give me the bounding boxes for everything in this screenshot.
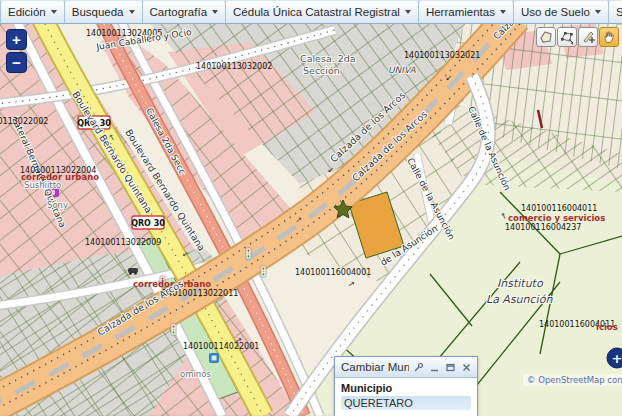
- poi-label: Sony: [47, 200, 68, 210]
- chevron-down-icon: [405, 10, 411, 14]
- zoom-in-button[interactable]: +: [6, 29, 27, 50]
- restaurant-poi-icon: [209, 353, 219, 363]
- menu-uso-de-suelo[interactable]: Uso de Suelo: [514, 0, 609, 23]
- institute-label: La Asunción: [486, 293, 553, 306]
- menu-label: Busqueda: [72, 6, 124, 18]
- expand-panel-button[interactable]: +: [607, 348, 622, 368]
- select-polygon-tool-button[interactable]: [536, 27, 556, 47]
- cambiar-municipio-window: Cambiar Munici... Municipio QUERETARO: [334, 356, 478, 416]
- neighborhood-label: Calesa. 2da: [300, 53, 356, 64]
- parcel-id-label: 140100113022002: [0, 117, 48, 126]
- parcel-id-label: 140100113022009: [85, 238, 161, 247]
- chevron-down-icon: [595, 10, 601, 14]
- zoom-controls: + −: [6, 29, 28, 75]
- measure-tool-button[interactable]: [578, 27, 598, 47]
- menu-label: Uso de Suelo: [521, 6, 590, 18]
- hand-icon: [601, 29, 617, 45]
- osm-attribution-link[interactable]: © OpenStreetMap contributors: [527, 375, 622, 385]
- menu-label: Herramientas: [426, 6, 495, 18]
- municipio-select[interactable]: QUERETARO: [341, 396, 471, 410]
- map-viewport: QRO 30 QRO 30 140100113024005 Juan Cabal…: [0, 24, 622, 416]
- parcel-id-label: 140100113032002: [196, 62, 272, 71]
- map-toolbar: [536, 27, 619, 47]
- municipio-field-label: Municipio: [341, 382, 471, 394]
- parcel-id-label: 140100116004237: [505, 223, 581, 232]
- chevron-down-icon: [129, 10, 135, 14]
- menu-edicion[interactable]: Edición: [0, 0, 65, 23]
- zoom-out-button[interactable]: −: [6, 52, 27, 73]
- parcel-id-label: 140100114022001: [183, 342, 259, 351]
- menu-label: Cartografía: [150, 6, 208, 18]
- minimize-icon[interactable]: [428, 361, 441, 373]
- polygon-nodes-icon: [559, 29, 575, 45]
- menu-label: Edición: [8, 6, 46, 18]
- window-body: Municipio QUERETARO: [335, 378, 477, 412]
- zone-label: comercio y servicios: [508, 213, 605, 223]
- menu-street-view[interactable]: Street View: [609, 0, 622, 23]
- polygon-icon: [538, 29, 554, 45]
- menu-busqueda[interactable]: Busqueda: [65, 0, 143, 23]
- app-window: Edición Busqueda Cartografía Cédula Únic…: [0, 0, 622, 416]
- menu-cartografia[interactable]: Cartografía: [143, 0, 227, 23]
- menu-label: Street View: [616, 6, 622, 18]
- shield-label: QRO 30: [131, 219, 165, 228]
- menu-cedula[interactable]: Cédula Única Catastral Registral: [226, 0, 419, 23]
- parcel-id-label: 140100116004001: [295, 268, 371, 277]
- institute-label: Instituto: [497, 277, 544, 290]
- window-title: Cambiar Munici...: [341, 361, 409, 373]
- map-canvas[interactable]: QRO 30 QRO 30 140100113024005 Juan Cabal…: [0, 24, 622, 416]
- pin-icon[interactable]: [412, 361, 425, 373]
- menu-label: Cédula Única Catastral Registral: [233, 6, 400, 18]
- zone-label: icios: [596, 322, 618, 332]
- close-icon[interactable]: [460, 361, 473, 373]
- chevron-down-icon: [500, 10, 506, 14]
- top-menu-bar: Edición Busqueda Cartografía Cédula Únic…: [0, 0, 622, 24]
- neighborhood-label: Sección: [303, 65, 340, 76]
- highway-shield: QRO 30: [131, 216, 165, 229]
- university-label: UNIVA: [388, 65, 417, 75]
- pencil-measure-icon: [580, 29, 596, 45]
- pan-hand-tool-button[interactable]: [599, 27, 619, 47]
- menu-herramientas[interactable]: Herramientas: [419, 0, 514, 23]
- window-titlebar[interactable]: Cambiar Munici...: [335, 357, 477, 378]
- plus-icon: +: [612, 351, 622, 366]
- chevron-down-icon: [212, 10, 218, 14]
- parcel-id-label: 140100116004011: [521, 204, 597, 213]
- chevron-down-icon: [51, 10, 57, 14]
- parcel-id-label: 140100113032021: [404, 51, 480, 60]
- poi-label: ominos: [180, 369, 211, 379]
- maximize-icon[interactable]: [444, 361, 457, 373]
- edit-polygon-tool-button[interactable]: [557, 27, 577, 47]
- poi-label: Sushiitto: [24, 180, 61, 190]
